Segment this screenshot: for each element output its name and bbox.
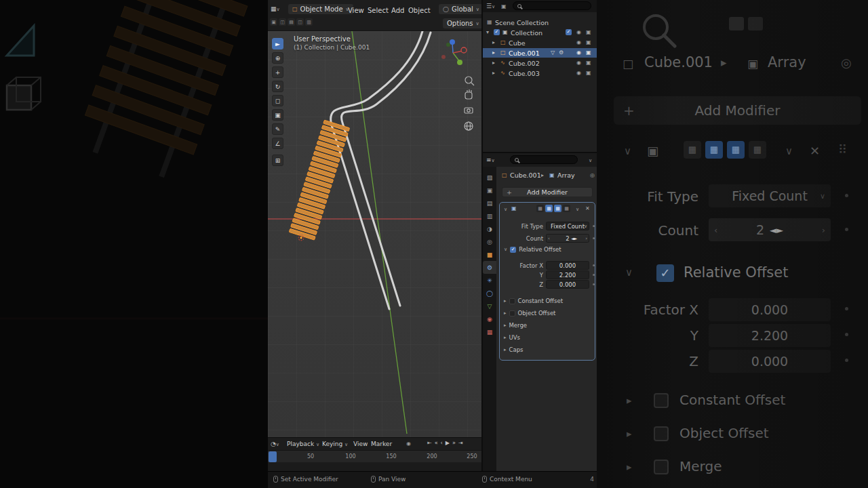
perspective-toggle-icon[interactable] <box>465 122 473 130</box>
pin-icon[interactable]: ◎ <box>590 172 595 178</box>
toggle-render[interactable]: ▦ <box>554 205 561 212</box>
tool-setting-icon-3[interactable]: ▤ <box>288 18 295 26</box>
add-modifier-button[interactable]: + Add Modifier <box>502 187 593 197</box>
eye-icon[interactable]: ◉ <box>576 60 581 66</box>
object-mode-dropdown[interactable]: □ Object Mode ∨ <box>288 4 353 14</box>
tab-modifiers[interactable]: ⚙ <box>483 261 496 274</box>
tool-cursor[interactable]: ⊕ <box>272 52 283 64</box>
eye-icon[interactable]: ◉ <box>576 70 581 76</box>
chevron-down-icon[interactable]: ∨ <box>589 158 592 163</box>
menu-select[interactable]: Select <box>368 7 389 14</box>
tool-setting-icon-1[interactable]: ▣ <box>270 18 277 26</box>
editor-type-properties-icon[interactable]: ≡∨ <box>486 157 495 163</box>
breadcrumb-modifier[interactable]: Array <box>557 171 575 179</box>
menu-object[interactable]: Object <box>408 7 431 14</box>
tool-measure[interactable]: ∠ <box>272 138 283 149</box>
menu-view[interactable]: View <box>348 7 364 14</box>
expand-icon[interactable]: ▸ <box>492 49 495 56</box>
expand-icon[interactable]: ▸ <box>492 39 495 45</box>
tab-texture[interactable]: ▦ <box>483 325 496 338</box>
tool-transform[interactable]: ▣ <box>272 109 283 121</box>
outliner-display-mode-icon[interactable]: ▣ <box>501 3 507 9</box>
constant-offset-checkbox[interactable] <box>509 298 515 304</box>
tab-output[interactable]: ▤ <box>483 197 496 209</box>
merge-header[interactable]: ▸ Merge <box>504 322 527 329</box>
tab-world[interactable]: ◎ <box>483 235 496 248</box>
nav-gizmo[interactable] <box>441 39 467 65</box>
expand-icon[interactable]: ▸ <box>492 70 495 76</box>
timeline-ruler[interactable]: 50 100 150 200 250 <box>268 450 481 462</box>
tool-scale[interactable]: ◻ <box>272 95 283 106</box>
menu-playback[interactable]: Playback ∨ <box>287 441 319 447</box>
tab-tool[interactable]: ▧ <box>483 171 496 184</box>
jump-to-end-icon[interactable]: ⇥ <box>458 440 463 446</box>
object-offset-checkbox[interactable] <box>509 310 515 317</box>
menu-marker[interactable]: Marker <box>371 441 392 447</box>
properties-search-input[interactable] <box>510 155 578 164</box>
outliner-row-cube[interactable]: ▸ □ Cube ◉ ▣ <box>483 38 597 47</box>
tool-setting-icon-5[interactable]: ▥ <box>305 18 313 26</box>
3d-viewport[interactable]: ► ⊕ + ↻ ◻ ▣ ✎ ∠ ⊞ User Perspective (1) C… <box>268 31 481 437</box>
outliner-row-collection[interactable]: ▾ ✓ ▣ Collection ✓ ◉ ▣ <box>483 28 597 37</box>
expand-icon[interactable]: ▸ <box>492 60 495 66</box>
tab-scene[interactable]: ◑ <box>483 222 496 235</box>
next-keyframe-icon[interactable]: » <box>452 440 456 446</box>
menu-view[interactable]: View <box>353 441 368 447</box>
breadcrumb-object[interactable]: Cube.001 <box>510 171 541 179</box>
collection-exclude-checkbox[interactable]: ✓ <box>566 29 572 35</box>
camera-render-icon[interactable]: ▣ <box>586 60 591 66</box>
tab-view-layer[interactable]: ▥ <box>483 209 496 222</box>
animate-dot[interactable] <box>593 283 595 285</box>
camera-render-icon[interactable]: ▣ <box>586 70 591 76</box>
tool-rotate[interactable]: ↻ <box>272 81 283 92</box>
relative-offset-checkbox[interactable]: ✓ <box>510 247 516 253</box>
eye-icon[interactable]: ◉ <box>576 29 581 35</box>
factor-z-field[interactable]: 0.000 <box>546 280 589 289</box>
animate-dot[interactable] <box>593 274 595 276</box>
panel-expand-icon[interactable]: ∨ <box>504 207 507 212</box>
animate-dot[interactable] <box>593 225 595 227</box>
decrement-arrow-icon[interactable]: ‹ <box>548 236 550 241</box>
editor-type-outliner-icon[interactable]: ☰∨ <box>486 3 495 9</box>
object-offset-header[interactable]: ▸ Object Offset <box>504 310 555 317</box>
collection-checkbox[interactable]: ✓ <box>494 29 500 35</box>
factor-x-field[interactable]: 0.000 <box>546 261 589 270</box>
uvs-header[interactable]: ▸ UVs <box>504 334 520 341</box>
close-icon[interactable]: ✕ <box>585 205 590 211</box>
outliner-search-input[interactable] <box>513 1 591 10</box>
factor-y-field[interactable]: 2.200 <box>546 270 589 279</box>
tab-particles[interactable]: ✳ <box>483 274 496 287</box>
tool-select-box[interactable]: ► <box>272 38 283 49</box>
animate-dot[interactable] <box>593 237 595 239</box>
constant-offset-header[interactable]: ▸ Constant Offset <box>504 298 563 304</box>
menu-keying[interactable]: Keying ∨ <box>322 441 348 447</box>
tool-annotate[interactable]: ✎ <box>272 123 283 135</box>
tab-object-data[interactable]: ▽ <box>483 300 496 312</box>
previous-frame-icon[interactable]: ‹ <box>441 440 443 446</box>
relative-offset-header[interactable]: ∨ ✓ Relative Offset <box>504 246 561 253</box>
tool-move[interactable]: + <box>272 66 283 78</box>
editor-type-3d-viewport-icon[interactable]: ▦∨ <box>271 5 280 12</box>
modifier-extras-icon[interactable]: ∨ <box>576 207 579 212</box>
transform-orientation-dropdown[interactable]: ◯ Global ∨ <box>439 4 484 14</box>
toggle-realtime[interactable]: ▦ <box>545 205 553 212</box>
tab-material[interactable]: ◉ <box>483 312 496 325</box>
previous-keyframe-icon[interactable]: « <box>435 440 438 446</box>
camera-render-icon[interactable]: ▣ <box>586 29 591 35</box>
record-button-icon[interactable]: ◉ <box>406 441 411 447</box>
jump-to-start-icon[interactable]: ⇤ <box>427 440 432 446</box>
outliner-row-cube003[interactable]: ▸ ∿ Cube.003 ◉ ▣ <box>483 68 597 78</box>
expand-icon[interactable]: ▾ <box>486 29 489 35</box>
tool-setting-icon-4[interactable]: ◫ <box>296 18 304 26</box>
play-icon[interactable]: ▶ <box>446 440 450 446</box>
outliner-row-cube001-selected[interactable]: ▸ □ Cube.001 ▽ ⚙ ◉ ▣ <box>483 48 597 58</box>
eye-icon[interactable]: ◉ <box>576 49 581 56</box>
tab-render[interactable]: ▣ <box>483 184 496 197</box>
zoom-icon[interactable] <box>465 77 474 85</box>
caps-header[interactable]: ▸ Caps <box>504 346 523 353</box>
outliner-row-cube002[interactable]: ▸ ∿ Cube.002 ◉ ▣ <box>483 58 597 68</box>
move-view-hand-icon[interactable] <box>465 89 472 99</box>
toggle-edit-mode[interactable]: ▦ <box>536 205 544 212</box>
tab-physics[interactable]: ◯ <box>483 287 496 300</box>
timeline-scroll-area[interactable] <box>268 462 481 472</box>
